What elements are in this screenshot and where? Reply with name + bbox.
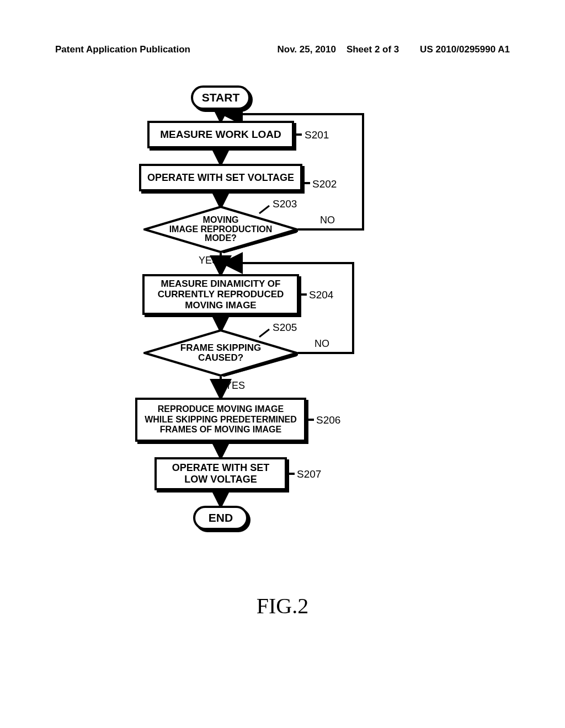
step-s201-text: MEASURE WORK LOAD: [160, 129, 281, 141]
step-s206-text: REPRODUCE MOVING IMAGE WHILE SKIPPING PR…: [145, 404, 297, 435]
step-s204: MEASURE DINAMICITY OF CURRENTLY REPRODUC…: [142, 274, 299, 315]
step-s207-text: OPERATE WITH SET LOW VOLTAGE: [172, 462, 270, 485]
figure-caption: FIG.2: [0, 593, 565, 619]
terminal-end: END: [193, 506, 248, 530]
pub-label: Patent Application Publication: [55, 44, 190, 55]
step-s206: REPRODUCE MOVING IMAGE WHILE SKIPPING PR…: [135, 398, 306, 442]
step-s207: OPERATE WITH SET LOW VOLTAGE: [154, 457, 287, 490]
doc-number: US 2010/0295990 A1: [420, 44, 510, 55]
svg-line-15: [259, 329, 269, 337]
terminal-start-text: START: [202, 91, 239, 104]
sheet-info: Sheet 2 of 3: [347, 44, 399, 55]
ref-s203: S203: [273, 198, 297, 210]
flowchart: START MEASURE WORK LOAD S201 OPERATE WIT…: [121, 85, 430, 560]
step-s202-text: OPERATE WITH SET VOLTAGE: [147, 172, 294, 184]
decision-s205: FRAME SKIPPING CAUSED?: [143, 329, 298, 377]
svg-line-11: [259, 206, 269, 213]
decision-s203-text: MOVING IMAGE REPRODUCTION MODE?: [169, 216, 273, 243]
ref-s206: S206: [316, 414, 340, 426]
decision-s203: MOVING IMAGE REPRODUCTION MODE?: [143, 206, 298, 253]
ref-tick-s202: [302, 182, 310, 184]
ref-s207: S207: [297, 468, 321, 480]
terminal-end-text: END: [209, 511, 233, 524]
step-s204-text: MEASURE DINAMICITY OF CURRENTLY REPRODUC…: [158, 279, 284, 311]
branch-s205-no: NO: [315, 338, 329, 350]
step-s201: MEASURE WORK LOAD: [147, 121, 294, 148]
ref-s205: S205: [273, 322, 297, 334]
branch-s203-no: NO: [320, 215, 335, 226]
ref-tick-s201: [294, 133, 302, 136]
terminal-start: START: [191, 85, 250, 110]
ref-s204: S204: [309, 289, 333, 301]
pub-date: Nov. 25, 2010: [278, 44, 336, 55]
branch-s205-yes: YES: [225, 380, 245, 392]
ref-s202: S202: [312, 178, 337, 190]
step-s202: OPERATE WITH SET VOLTAGE: [139, 164, 302, 191]
ref-tick-s207: [287, 473, 295, 475]
branch-s203-yes: YES: [199, 255, 218, 266]
ref-tick-s204: [299, 293, 307, 296]
ref-tick-s206: [306, 419, 314, 421]
ref-s201: S201: [305, 129, 329, 141]
decision-s205-text: FRAME SKIPPING CAUSED?: [180, 343, 261, 363]
